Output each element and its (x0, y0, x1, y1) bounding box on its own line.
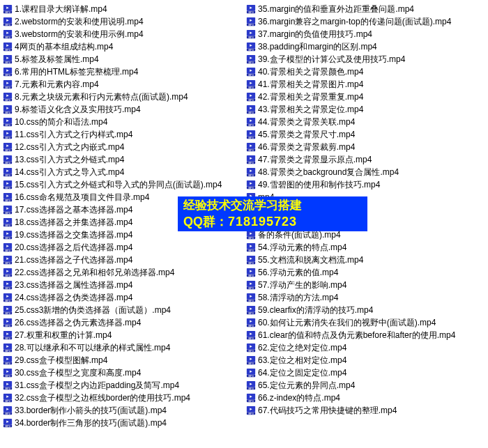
file-item[interactable]: MP428.可以继承和不可以继承的样式属性.mp4 (3, 341, 242, 354)
svg-text:MP4: MP4 (5, 137, 10, 139)
file-item[interactable]: MP446.背景类之背景裁剪.mp4 (246, 141, 485, 153)
file-item[interactable]: MP414.css引入方式之导入式.mp4 (3, 166, 242, 178)
mp4-icon: MP4 (246, 180, 256, 190)
file-item[interactable]: MP436.margin兼容之margin-top的传递问题(面试题).mp4 (246, 15, 485, 28)
file-item[interactable]: MP46.常用的HTML标签完整梳理.mp4 (3, 65, 242, 78)
file-item[interactable]: MP457.浮动产生的影响.mp4 (246, 279, 485, 291)
file-item[interactable]: MP427.权重和权重的计算.mp4 (3, 329, 242, 341)
svg-text:MP4: MP4 (5, 362, 10, 365)
file-name: 33.border制作小箭头的技巧(面试题).mp4 (15, 405, 167, 417)
file-item[interactable]: MP44网页的基本组成结构.mp4 (3, 40, 242, 53)
file-name: 18.css选择器之并集选择器.mp4 (15, 217, 132, 229)
file-item[interactable]: MP435.margin的值和垂直外边距重叠问题.mp4 (246, 3, 485, 15)
file-item[interactable]: MP412.css引入方式之内嵌式.mp4 (3, 141, 242, 153)
file-item[interactable]: MP456.浮动元素的值.mp4 (246, 266, 485, 279)
svg-text:MP4: MP4 (248, 111, 253, 114)
mp4-icon: MP4 (3, 142, 13, 152)
file-item[interactable]: MP422.css选择器之兄弟和相邻兄弟选择器.mp4 (3, 266, 242, 279)
file-item[interactable]: MP444.背景类之背景关联.mp4 (246, 116, 485, 128)
file-item[interactable]: MP447.背景类之背景显示原点.mp4 (246, 153, 485, 166)
file-name: 55.文档流和脱离文档流.mp4 (258, 254, 363, 266)
svg-text:MP4: MP4 (248, 99, 253, 102)
mp4-icon: MP4 (246, 29, 256, 39)
mp4-icon: MP4 (3, 192, 13, 202)
file-item[interactable]: MP424.css选择器之伪类选择器.mp4 (3, 291, 242, 304)
file-item[interactable]: MP465.定位元素的异同点.mp4 (246, 379, 485, 392)
file-item[interactable]: MP441.背景相关之背景图片.mp4 (246, 78, 485, 91)
mp4-icon: MP4 (3, 380, 13, 390)
mp4-icon: MP4 (246, 67, 256, 77)
file-item[interactable]: MP459.clearfix的清浮动的技巧.mp4 (246, 304, 485, 316)
svg-text:MP4: MP4 (5, 350, 10, 353)
mp4-icon: MP4 (3, 54, 13, 64)
file-item[interactable]: MP413.css引入方式之外链式.mp4 (3, 153, 242, 166)
file-item[interactable]: MP420.css选择器之后代选择器.mp4 (3, 241, 242, 254)
file-name: 27.权重和权重的计算.mp4 (15, 330, 112, 341)
file-item[interactable]: MP410.css的简介和语法.mp4 (3, 116, 242, 128)
file-item[interactable]: MP434.border制作三角形的技巧(面试题).mp4 (3, 417, 242, 429)
file-item[interactable]: MP455.文档流和脱离文档流.mp4 (246, 254, 485, 266)
file-item[interactable]: MP440.背景相关之背景颜色.mp4 (246, 65, 485, 78)
file-item[interactable]: MP426.css选择器之伪元素选择器.mp4 (3, 316, 242, 329)
mp4-icon: MP4 (3, 255, 13, 265)
mp4-icon: MP4 (3, 167, 13, 177)
svg-text:MP4: MP4 (5, 375, 10, 378)
file-item[interactable]: MP449.雪碧图的使用和制作技巧.mp4 (246, 178, 485, 191)
mp4-icon: MP4 (246, 230, 256, 240)
file-item[interactable]: MP461.clear的值和特点及伪元素before和after的使用.mp4 (246, 329, 485, 341)
file-item[interactable]: MP415.css引入方式之外链式和导入式的异同点(面试题).mp4 (3, 178, 242, 191)
file-item[interactable]: MP438.padding和margin的区别.mp4 (246, 40, 485, 53)
svg-text:MP4: MP4 (5, 61, 10, 64)
file-item[interactable]: MP448.背景类之background复合属性.mp4 (246, 166, 485, 178)
file-item[interactable]: MP467.代码技巧之常用快捷键的整理.mp4 (246, 404, 485, 417)
file-name: 6.常用的HTML标签完整梳理.mp4 (15, 66, 138, 78)
file-item[interactable]: MP454.浮动元素的特点.mp4 (246, 241, 485, 254)
file-item[interactable]: MP47.元素和元素内容.mp4 (3, 78, 242, 91)
file-name: 46.背景类之背景裁剪.mp4 (258, 141, 355, 153)
file-name: 13.css引入方式之外链式.mp4 (15, 154, 124, 166)
file-item[interactable]: MP464.定位之固定定位.mp4 (246, 366, 485, 379)
file-item[interactable]: MP431.css盒子模型之内边距padding及简写.mp4 (3, 379, 242, 392)
svg-text:MP4: MP4 (248, 400, 253, 403)
file-name: 35.margin的值和垂直外边距重叠问题.mp4 (258, 3, 414, 15)
svg-text:MP4: MP4 (5, 224, 10, 227)
file-name: 14.css引入方式之导入式.mp4 (15, 167, 124, 178)
file-item[interactable]: MP432.css盒子模型之边框线border的使用技巧.mp4 (3, 392, 242, 404)
file-name: 7.元素和元素内容.mp4 (15, 79, 99, 91)
file-name: 8.元素之块级元素和行内元素特点(面试题).mp4 (15, 91, 188, 103)
file-item[interactable]: MP463.定位之相对定位.mp4 (246, 354, 485, 366)
file-item[interactable]: MP442.背景相关之背景重复.mp4 (246, 91, 485, 103)
file-item[interactable]: MP423.css选择器之属性选择器.mp4 (3, 279, 242, 291)
file-item[interactable]: MP439.盒子模型的计算公式及使用技巧.mp4 (246, 53, 485, 65)
file-item[interactable]: MP421.css选择器之子代选择器.mp4 (3, 254, 242, 266)
mp4-icon: MP4 (3, 130, 13, 139)
file-item[interactable]: MP433.border制作小箭头的技巧(面试题).mp4 (3, 404, 242, 417)
file-item[interactable]: MP425.css3新增的伪类选择器（面试题）.mp4 (3, 304, 242, 316)
mp4-icon: MP4 (3, 242, 13, 252)
file-item[interactable]: MP411.css引入方式之行内样式.mp4 (3, 128, 242, 141)
file-item[interactable]: MP48.元素之块级元素和行内元素特点(面试题).mp4 (3, 91, 242, 103)
mp4-icon: MP4 (246, 92, 256, 102)
file-item[interactable]: MP429.css盒子模型图解.mp4 (3, 354, 242, 366)
file-item[interactable]: MP437.margin的负值使用技巧.mp4 (246, 28, 485, 40)
file-item[interactable]: MP460.如何让元素消失在我们的视野中(面试题).mp4 (246, 316, 485, 329)
mp4-icon: MP4 (3, 230, 13, 240)
file-item[interactable]: MP49.标签语义化含义及实用技巧.mp4 (3, 103, 242, 116)
mp4-icon: MP4 (246, 79, 256, 89)
file-item[interactable]: MP41.课程目录大纲详解.mp4 (3, 3, 242, 15)
file-item[interactable]: MP42.webstorm的安装和使用说明.mp4 (3, 15, 242, 28)
svg-text:MP4: MP4 (248, 312, 253, 315)
file-name: 57.浮动产生的影响.mp4 (258, 279, 346, 291)
file-item[interactable]: MP443.背景相关之背景定位.mp4 (246, 103, 485, 116)
file-item[interactable]: MP445.背景类之背景尺寸.mp4 (246, 128, 485, 141)
mp4-icon: MP4 (3, 67, 13, 77)
file-name: 26.css选择器之伪元素选择器.mp4 (15, 317, 141, 329)
file-item[interactable]: MP430.css盒子模型之宽度和高度.mp4 (3, 366, 242, 379)
file-name: 60.如何让元素消失在我们的视野中(面试题).mp4 (258, 317, 436, 329)
file-name: 48.背景类之background复合属性.mp4 (258, 167, 399, 178)
file-item[interactable]: MP43.webstorm的安装和使用示例.mp4 (3, 28, 242, 40)
file-item[interactable]: MP45.标签及标签属性.mp4 (3, 53, 242, 65)
file-item[interactable]: MP466.z-index的特点.mp4 (246, 392, 485, 404)
file-item[interactable]: MP462.定位之绝对定位.mp4 (246, 341, 485, 354)
file-item[interactable]: MP458.清浮动的方法.mp4 (246, 291, 485, 304)
